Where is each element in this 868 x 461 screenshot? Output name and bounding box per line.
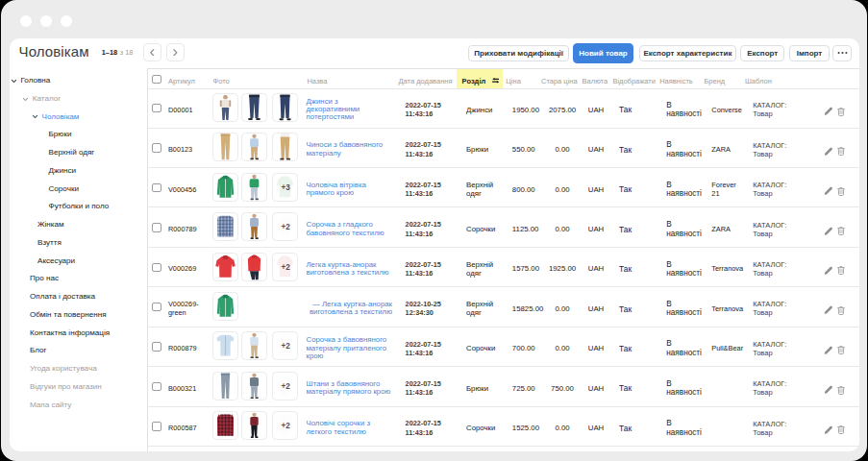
svg-text:+2: +2 xyxy=(281,263,290,272)
svg-text:+2: +2 xyxy=(281,382,290,391)
svg-text:+2: +2 xyxy=(281,422,290,430)
svg-text:+2: +2 xyxy=(281,223,290,231)
svg-text:+3: +3 xyxy=(281,183,290,192)
svg-text:+2: +2 xyxy=(281,342,290,351)
